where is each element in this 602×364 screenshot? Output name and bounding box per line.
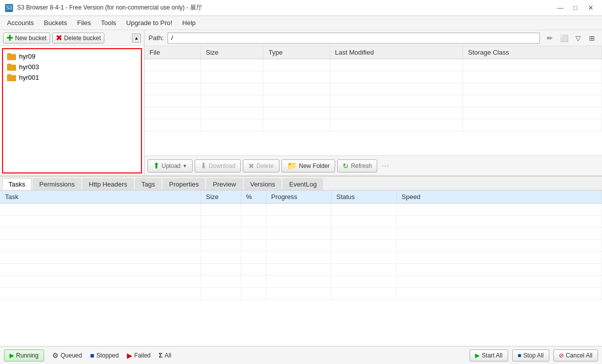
tab-permissions[interactable]: Permissions — [33, 178, 81, 190]
task-table-cell — [331, 204, 396, 216]
bucket-item[interactable]: hyr003 — [5, 62, 139, 72]
file-table-cell — [201, 95, 263, 107]
stop-all-button[interactable]: ■ Stop All — [512, 349, 549, 361]
minimize-button[interactable]: — — [554, 3, 567, 13]
tab-versions[interactable]: Versions — [244, 178, 282, 190]
task-table-cell — [0, 288, 201, 300]
task-table-cell — [396, 216, 602, 228]
file-table-cell — [263, 71, 330, 83]
file-table-cell — [330, 71, 463, 83]
path-label: Path: — [148, 34, 164, 42]
more-options-icon: ··· — [381, 160, 389, 171]
tab-eventlog[interactable]: EventLog — [282, 178, 323, 190]
file-table-row — [144, 95, 602, 107]
task-table-cell — [266, 240, 331, 252]
copy-path-button[interactable]: ⬜ — [558, 32, 570, 44]
task-table-cell — [266, 216, 331, 228]
menu-item-upgrade-to-pro-[interactable]: Upgrade to Pro! — [121, 17, 178, 29]
delete-file-button[interactable]: ✖ Delete — [243, 159, 279, 172]
task-table-cell — [331, 252, 396, 264]
task-table-cell — [241, 228, 266, 240]
file-table-cell — [330, 83, 463, 95]
delete-bucket-button[interactable]: ✖ Delete bucket — [52, 33, 104, 44]
stopped-icon: ■ — [90, 351, 94, 359]
task-table-cell — [241, 276, 266, 288]
download-icon: ⬇ — [200, 161, 207, 170]
task-table-cell — [201, 264, 241, 276]
delete-file-icon: ✖ — [248, 162, 254, 170]
file-table-cell — [201, 107, 263, 119]
menu-item-tools[interactable]: Tools — [96, 17, 121, 29]
task-col-size: Size — [201, 191, 241, 204]
stop-all-label: Stop All — [523, 352, 544, 359]
bucket-name: hyr001 — [19, 74, 39, 81]
task-table-cell — [396, 276, 602, 288]
tab-http-headers[interactable]: Http Headers — [82, 178, 134, 190]
menu-item-buckets[interactable]: Buckets — [39, 17, 72, 29]
task-table-cell — [266, 252, 331, 264]
grid-view-button[interactable]: ⊞ — [586, 32, 598, 44]
file-col-type: Type — [263, 46, 330, 59]
file-table-cell — [201, 119, 263, 131]
tab-properties[interactable]: Properties — [163, 178, 205, 190]
path-input[interactable] — [168, 33, 540, 44]
file-table-cell — [330, 59, 463, 71]
menu-item-help[interactable]: Help — [177, 17, 201, 29]
task-table-cell — [396, 240, 602, 252]
new-folder-icon: 📁 — [287, 161, 297, 170]
task-table-cell — [396, 264, 602, 276]
maximize-button[interactable]: □ — [569, 3, 582, 13]
task-table-cell — [266, 228, 331, 240]
file-table-row — [144, 83, 602, 95]
tabs-container: TasksPermissionsHttp HeadersTagsProperti… — [0, 176, 602, 191]
file-table-cell — [263, 59, 330, 71]
bucket-item[interactable]: hyr001 — [5, 72, 139, 83]
file-col-file: File — [144, 46, 201, 59]
file-table-cell — [330, 107, 463, 119]
app-icon: S3 — [5, 4, 13, 12]
new-bucket-label: New bucket — [15, 35, 47, 42]
close-button[interactable]: ✕ — [584, 3, 597, 13]
upload-dropdown-icon: ▼ — [183, 163, 187, 168]
folder-icon — [7, 64, 16, 71]
cancel-all-button[interactable]: ⊘ Cancel All — [553, 349, 598, 361]
task-table-cell — [201, 252, 241, 264]
bucket-item[interactable]: hyr09 — [5, 51, 139, 62]
file-table-cell — [463, 83, 602, 95]
start-all-button[interactable]: ▶ Start All — [470, 349, 508, 361]
path-bar: Path: ✏ ⬜ ▽ ⊞ — [144, 30, 602, 46]
filter-button[interactable]: ▽ — [572, 32, 584, 44]
new-folder-button[interactable]: 📁 New Folder — [281, 159, 335, 172]
task-col--: % — [241, 191, 266, 204]
file-panel: Path: ✏ ⬜ ▽ ⊞ FileSizeTypeLast ModifiedS… — [144, 30, 602, 175]
refresh-button[interactable]: ↻ Refresh — [337, 159, 377, 172]
menu-item-files[interactable]: Files — [72, 17, 96, 29]
bucket-panel-toggle[interactable]: ▲ — [132, 34, 141, 43]
file-table-cell — [263, 83, 330, 95]
task-table-cell — [241, 240, 266, 252]
delete-bucket-icon: ✖ — [56, 33, 62, 43]
new-bucket-button[interactable]: ✚ New bucket — [3, 33, 50, 44]
task-table-cell — [201, 216, 241, 228]
stop-all-icon: ■ — [518, 352, 521, 359]
edit-path-button[interactable]: ✏ — [544, 32, 556, 44]
task-table-cell — [201, 288, 241, 300]
tab-tasks[interactable]: Tasks — [2, 178, 32, 190]
file-table-cell — [144, 119, 201, 131]
download-button[interactable]: ⬇ Download — [195, 159, 241, 172]
file-table-cell — [263, 119, 330, 131]
task-table-cell — [0, 240, 201, 252]
tab-tags[interactable]: Tags — [135, 178, 162, 190]
upload-button[interactable]: ⬆ Upload ▼ — [147, 159, 193, 172]
task-table-row — [0, 264, 602, 276]
tab-preview[interactable]: Preview — [206, 178, 242, 190]
file-table-cell — [463, 107, 602, 119]
running-button[interactable]: ▶ Running — [4, 349, 44, 361]
file-table-row — [144, 71, 602, 83]
bottom-area: TasksPermissionsHttp HeadersTagsProperti… — [0, 175, 602, 346]
titlebar-title: S3 Browser 8-4-1 - Free Version (for non… — [17, 4, 202, 12]
bucket-panel: ✚ New bucket ✖ Delete bucket ▲ hyr09hyr0… — [0, 30, 144, 175]
statusbar: ▶ Running ⚙ Queued ■ Stopped ▶ Failed Σ … — [0, 346, 602, 364]
folder-icon — [7, 74, 16, 81]
menu-item-accounts[interactable]: Accounts — [2, 17, 39, 29]
